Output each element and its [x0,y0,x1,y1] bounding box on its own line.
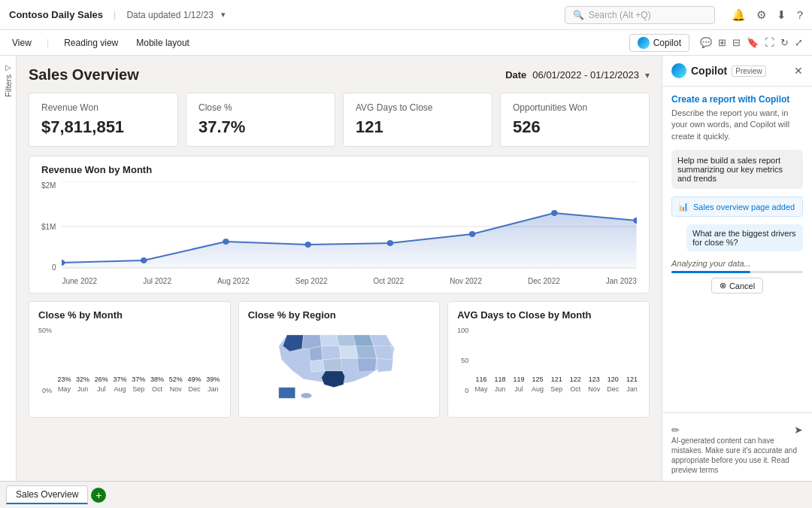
revenue-chart: Revenue Won by Month $2M $1M 0 [29,156,650,294]
kpi-label-2: AVG Days to Close [356,102,480,113]
bar-jul: 26%Jul [93,376,109,393]
toolbar-icons: 💬 ⊞ ⊟ 🔖 ⛶ ↻ ⤢ [700,37,803,48]
kpi-card-revenue: Revenue Won $7,811,851 [29,93,178,147]
avg-bar-nov: 123Nov [586,376,602,393]
x-label-nov22: Nov 2022 [450,277,482,285]
download-icon[interactable]: ⬇ [777,8,786,22]
view-icon[interactable]: ⊞ [718,37,726,48]
bar-oct: 38%Oct [150,376,165,393]
avg-bar-jul: 119Jul [511,376,526,393]
copilot-body: Create a report with Copilot Describe th… [662,87,812,412]
copilot-panel-title: Copilot [691,65,727,77]
x-label-oct22: Oct 2022 [374,277,404,285]
filters-sidebar[interactable]: ▷ Filters [0,56,17,481]
close-pct-bars: 23%May 32%Jun 26%Jul 37%Aug 37%Sep 38%Oc… [56,327,221,394]
refresh-icon[interactable]: ↻ [780,37,789,48]
view-button[interactable]: View [9,36,35,50]
x-label-jan23: Jan 2023 [606,277,637,285]
kpi-label-1: Close % [198,102,323,113]
kpi-card-days: AVG Days to Close 121 [343,93,492,147]
main-layout: ▷ Filters Sales Overview Date 06/01/2022… [0,56,812,481]
revenue-chart-title: Revenue Won by Month [41,164,637,175]
kpi-value-1: 37.7% [198,117,323,137]
svg-point-9 [469,231,476,237]
cancel-label: Cancel [729,281,755,291]
copilot-user-question: What are the biggest drivers for close %… [686,224,803,251]
avg-bar-jun: 118Jun [492,376,508,393]
notification-icon[interactable]: 🔔 [732,8,746,22]
revenue-line-chart [62,181,637,272]
data-updated: Data updated 1/12/23 [126,10,213,20]
svg-marker-23 [356,346,377,360]
us-map [248,327,431,409]
copilot-send-icon[interactable]: ➤ [794,424,803,436]
svg-point-8 [387,240,394,246]
help-icon[interactable]: ? [797,8,803,22]
search-bar[interactable]: 🔍 Search (Alt +Q) [565,6,715,24]
close-pct-chart: Close % by Month 50% 0% 23%May 32%Jun 26… [29,301,231,418]
date-chevron-icon[interactable]: ▾ [645,70,650,81]
x-label-aug22: Aug 2022 [217,277,250,285]
bar-sep: 37%Sep [131,376,147,393]
avg-bar-sep: 121Sep [549,376,565,393]
settings-icon[interactable]: ⚙ [756,8,766,22]
app-title: Contoso Daily Sales [9,9,103,20]
copilot-header: Copilot Preview ✕ [662,56,812,87]
bookmark-icon[interactable]: 🔖 [747,37,759,48]
copilot-cancel-button[interactable]: ⊗ Cancel [711,278,763,294]
avg-y-100: 100 [457,327,468,334]
us-map-svg [248,327,431,409]
layout-icon[interactable]: ⊟ [732,37,741,48]
svg-point-10 [551,210,558,216]
share-icon[interactable]: ⤢ [795,37,803,48]
sep1: | [47,37,49,48]
svg-rect-29 [278,388,295,399]
bar-jun: 32%Jun [75,376,91,393]
chevron-down-icon[interactable]: ▾ [221,10,226,20]
bar-nov: 52%Nov [168,376,183,393]
close-y-0: 0% [38,387,52,394]
bar-aug: 37%Aug [112,376,128,393]
bar-may: 23%May [56,376,72,393]
svg-marker-21 [321,346,341,360]
avg-bar-jan: 121Jan [624,376,640,393]
top-bar: Contoso Daily Sales | Data updated 1/12/… [0,0,812,30]
bar-dec: 49%Dec [186,376,202,393]
date-filter[interactable]: Date 06/01/2022 - 01/12/2023 ▾ [505,69,650,81]
svg-point-5 [141,257,147,263]
reading-view-button[interactable]: Reading view [61,36,121,50]
comment-icon[interactable]: 💬 [700,37,712,48]
content-header: Sales Overview Date 06/01/2022 - 01/12/2… [29,66,650,84]
tab-label: Sales Overview [16,489,78,500]
copilot-close-button[interactable]: ✕ [794,65,803,77]
y-label-2m: $2M [41,181,56,190]
filter-icon: ▷ [5,63,11,71]
date-label: Date [505,69,526,81]
avg-y-0: 0 [457,387,468,394]
copilot-chat-bubble: Help me build a sales report summarizing… [671,150,803,189]
avg-bar-oct: 122Oct [568,376,583,393]
copilot-input-field[interactable] [684,425,789,434]
fullscreen-icon[interactable]: ⛶ [765,37,774,48]
copilot-button[interactable]: Copilot [629,34,689,52]
copilot-footer-disclaimer: AI-generated content can have mistakes. … [671,436,803,475]
copilot-edit-icon: ✏ [671,424,680,436]
tab-sales-overview[interactable]: Sales Overview [6,485,88,504]
copilot-chat-text: Help me build a sales report summarizing… [677,156,783,183]
mobile-layout-button[interactable]: Mobile layout [133,36,192,50]
svg-marker-26 [323,358,342,371]
separator: | [114,9,116,20]
copilot-analyzing: Analyzing your data... ⊗ Cancel [671,259,803,294]
tab-bar: Sales Overview + [0,481,812,508]
svg-point-6 [223,239,230,245]
copilot-create-section: Create a report with Copilot Describe th… [671,94,803,142]
svg-point-30 [301,393,312,398]
copilot-progress-bar [671,271,750,273]
kpi-card-opps: Opportunities Won 526 [500,93,650,147]
main-content: Sales Overview Date 06/01/2022 - 01/12/2… [17,56,662,481]
bottom-charts: Close % by Month 50% 0% 23%May 32%Jun 26… [29,301,650,418]
close-region-title: Close % by Region [248,309,431,321]
x-label-jun22: June 2022 [62,277,97,285]
add-tab-button[interactable]: + [91,488,106,503]
avg-days-bars: 116May 118Jun 119Jul 125Aug 121Sep 122Oc… [473,327,640,394]
